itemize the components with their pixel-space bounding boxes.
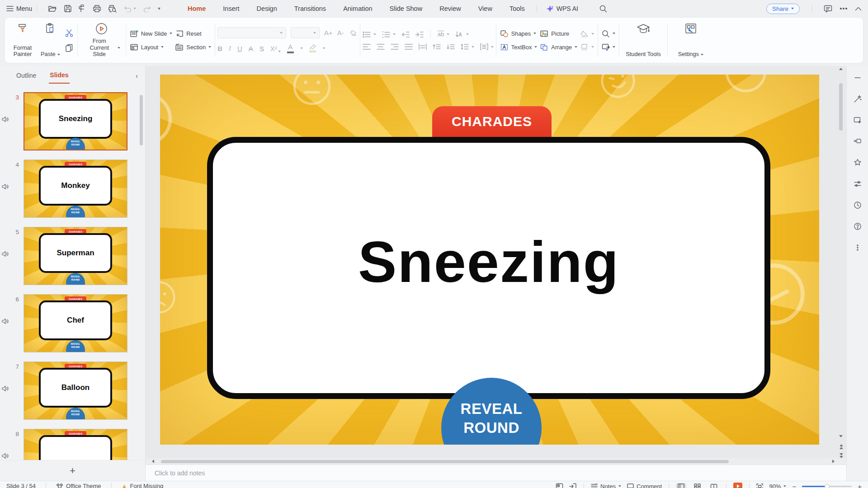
tab-review[interactable]: Review — [439, 5, 461, 12]
scroll-up-icon[interactable] — [839, 68, 843, 70]
paste-button[interactable]: Paste — [38, 21, 63, 59]
slide[interactable]: CHARADES Sneezing REVEAL ROUND — [160, 75, 819, 445]
format-painter-button[interactable]: Format Painter — [8, 21, 38, 59]
font-size-select[interactable] — [291, 27, 320, 38]
columns-button[interactable] — [480, 43, 494, 50]
zoom-out-button[interactable]: − — [792, 483, 796, 488]
design-tools-icon[interactable] — [853, 116, 862, 125]
increase-font-button[interactable]: A+ — [324, 29, 333, 37]
tab-outline[interactable]: Outline — [15, 68, 37, 83]
tab-tools[interactable]: Tools — [509, 5, 525, 12]
distribute-icon[interactable] — [419, 43, 427, 50]
print-preview-icon[interactable] — [108, 5, 117, 13]
cut-icon[interactable] — [65, 28, 74, 38]
underline-button[interactable]: U — [237, 45, 242, 52]
print-icon[interactable] — [93, 5, 101, 13]
wps-ai-button[interactable]: WPS AI — [546, 5, 578, 13]
italic-button[interactable]: I — [229, 45, 231, 52]
vertical-scroll-thumb[interactable] — [839, 83, 843, 131]
comment-icon[interactable] — [824, 5, 832, 13]
vertical-text-button[interactable] — [455, 31, 469, 38]
shapes-button[interactable]: Shapes — [500, 30, 538, 38]
bold-button[interactable]: B — [217, 45, 222, 52]
reset-button[interactable]: Reset — [175, 30, 211, 38]
collapse-panel-icon[interactable]: ‹ — [136, 72, 138, 80]
tab-slides[interactable]: Slides — [49, 67, 69, 84]
font-color-chevron-icon[interactable] — [300, 47, 303, 49]
from-current-slide-button[interactable]: From Current Slide — [80, 21, 123, 59]
justify-icon[interactable] — [405, 43, 413, 50]
slideshow-play-button[interactable] — [733, 483, 742, 488]
font-color-button[interactable]: A — [287, 43, 294, 53]
previous-slide-button[interactable] — [839, 444, 843, 448]
tab-insert[interactable]: Insert — [223, 5, 239, 12]
horizontal-scroll-thumb[interactable] — [161, 460, 729, 463]
transition-icon[interactable] — [853, 137, 862, 146]
highlight-button[interactable] — [309, 44, 316, 52]
next-slide-button[interactable] — [839, 453, 843, 457]
highlight-chevron-icon[interactable] — [323, 47, 326, 49]
audio-speaker-icon[interactable] — [2, 318, 9, 324]
numbering-button[interactable] — [382, 31, 396, 38]
layout-button[interactable]: Layout — [130, 43, 173, 51]
slide-title[interactable]: Sneezing — [358, 233, 619, 393]
add-slide-button[interactable]: + — [70, 466, 75, 476]
clear-format-icon[interactable] — [349, 29, 358, 37]
settings-button[interactable]: Settings — [670, 21, 712, 59]
fit-slide-icon[interactable] — [756, 483, 763, 488]
align-left-icon[interactable] — [363, 43, 371, 50]
bullets-button[interactable] — [363, 31, 376, 38]
decrease-indent-icon[interactable] — [401, 31, 410, 38]
find-button[interactable] — [602, 30, 615, 38]
font-missing-warning[interactable]: ▲ Font Missing — [122, 483, 164, 488]
slide-thumbnail-4[interactable]: CHARADESMonkeyREVEALROUND — [24, 160, 127, 218]
new-slide-button[interactable]: New Slide — [130, 30, 173, 38]
decrease-spacing-icon[interactable] — [447, 43, 455, 50]
view-reading-button[interactable] — [708, 483, 719, 488]
line-spacing-button[interactable] — [461, 43, 474, 50]
slide-thumbnail-6[interactable]: CHARADESChefREVEALROUND — [24, 294, 127, 352]
jump-to-slide-icon[interactable] — [569, 483, 577, 488]
export-pdf-icon[interactable] — [79, 5, 86, 13]
more-tools-icon[interactable] — [853, 243, 862, 252]
slide-thumbnail-5[interactable]: CHARADESSupermanREVEALROUND — [24, 227, 127, 285]
font-name-select[interactable] — [217, 27, 286, 38]
shape-outline-button[interactable] — [580, 43, 594, 51]
strikethrough-button[interactable]: A — [249, 45, 253, 52]
undo-button[interactable] — [124, 5, 136, 12]
tab-transitions[interactable]: Transitions — [294, 5, 326, 12]
panel-scrollbar[interactable] — [140, 95, 143, 145]
search-icon[interactable] — [599, 5, 607, 13]
scroll-down-icon[interactable] — [839, 435, 843, 437]
text-direction-button[interactable]: ab — [438, 31, 449, 38]
view-sorter-button[interactable] — [692, 483, 703, 488]
notes-bar[interactable]: Click to add notes — [146, 465, 846, 481]
slide-thumbnail-8[interactable]: CHARADESREVEALROUND — [24, 429, 127, 460]
history-icon[interactable] — [853, 201, 862, 210]
tab-slide-show[interactable]: Slide Show — [390, 5, 423, 12]
tab-design[interactable]: Design — [257, 5, 277, 12]
redo-icon[interactable] — [143, 5, 151, 12]
audio-speaker-icon[interactable] — [2, 453, 9, 459]
copy-icon[interactable] — [65, 43, 74, 52]
slide-thumbnail-7[interactable]: CHARADESBalloonREVEALROUND — [24, 361, 127, 420]
shape-fill-button[interactable] — [580, 30, 594, 38]
student-tools-button[interactable]: Student Tools — [622, 21, 665, 59]
align-right-icon[interactable] — [391, 43, 399, 50]
increase-indent-icon[interactable] — [415, 31, 424, 38]
zoom-in-button[interactable]: + — [858, 483, 862, 488]
quick-format-icon[interactable] — [853, 94, 862, 103]
object-properties-icon[interactable] — [853, 179, 862, 188]
view-normal-button[interactable] — [676, 483, 686, 488]
superscript-button[interactable]: X² — [270, 45, 281, 52]
zoom-slider-knob[interactable] — [825, 484, 830, 488]
increase-spacing-icon[interactable] — [433, 43, 441, 50]
open-folder-icon[interactable] — [48, 5, 57, 13]
decrease-font-button[interactable]: A- — [337, 29, 344, 37]
zoom-level[interactable]: 90% — [769, 483, 786, 488]
audio-speaker-icon[interactable] — [2, 116, 9, 122]
tab-view[interactable]: View — [478, 5, 492, 12]
textbox-button[interactable]: TextBox — [500, 43, 538, 51]
word-card[interactable]: Sneezing — [207, 137, 770, 399]
more-options-icon[interactable] — [840, 7, 848, 10]
